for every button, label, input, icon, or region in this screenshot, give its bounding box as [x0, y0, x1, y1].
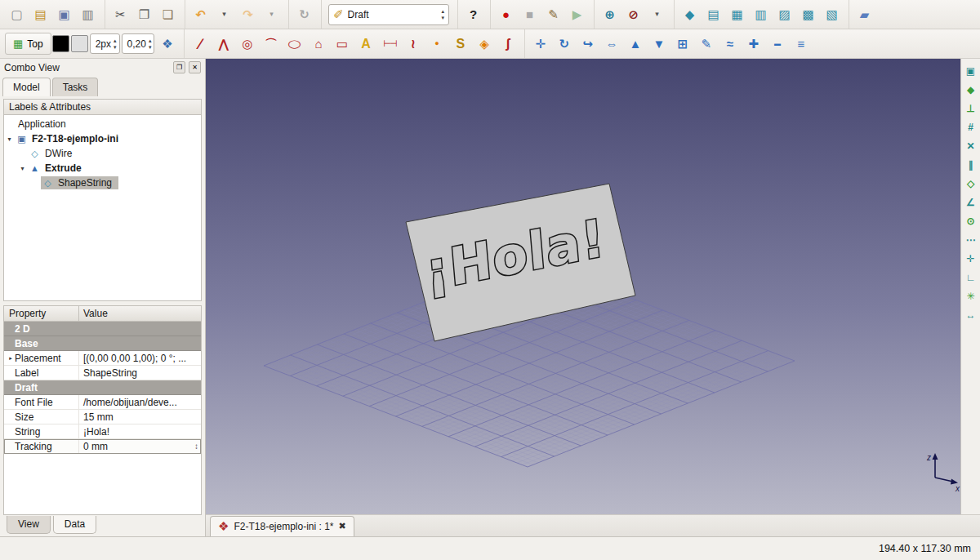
undo-button[interactable]: ↶ — [189, 2, 212, 26]
snap-near-button[interactable]: ✛ — [963, 251, 978, 266]
draft-shapestring-button[interactable]: S — [448, 32, 472, 56]
tree-row[interactable]: ◇ DWire — [4, 146, 201, 161]
value-column-header[interactable]: Value — [79, 308, 108, 319]
zoom-fit-button[interactable]: ⊕ — [598, 2, 621, 26]
draft-bezcurve-button[interactable]: ʃ — [496, 32, 519, 56]
draft-polygon-button[interactable]: ⌂ — [306, 32, 330, 56]
draft-upgrade-button[interactable]: ▲ — [623, 32, 647, 56]
tab-model[interactable]: Model — [2, 78, 51, 96]
snap-lock-button[interactable]: ▣ — [963, 63, 978, 78]
property-value[interactable] — [79, 336, 201, 350]
macro-stop-button[interactable]: ■ — [518, 2, 541, 26]
draft-add-point-button[interactable]: ✚ — [742, 32, 765, 56]
tree-row[interactable]: ◇ ShapeString — [4, 176, 201, 190]
3d-viewport[interactable]: ¡Hola! z x — [206, 59, 960, 514]
view-rear-button[interactable]: ▨ — [773, 2, 796, 26]
view-axonometric-button[interactable]: ◆ — [678, 2, 702, 26]
snap-midpoint-button[interactable]: ◆ — [963, 82, 978, 97]
property-row[interactable]: Font File /home/obijuan/deve... — [4, 395, 201, 410]
property-row[interactable]: String ¡Hola! — [4, 424, 201, 439]
view-top-button[interactable]: ▦ — [725, 2, 749, 26]
property-value[interactable]: 0 mm ↕ — [79, 439, 201, 453]
float-panel-button[interactable]: ❐ — [173, 61, 185, 73]
snap-perpendicular-button[interactable]: ⊥ — [963, 100, 978, 116]
property-row[interactable]: Tracking 0 mm ↕ — [4, 439, 201, 454]
draft-rectangle-button[interactable]: ▭ — [330, 32, 354, 56]
property-row[interactable]: Base — [4, 336, 201, 351]
spinner-arrows-icon[interactable]: ▴▾ — [114, 38, 117, 50]
draft-text-button[interactable]: A — [354, 32, 377, 56]
snap-endpoint-button[interactable]: ◇ — [963, 176, 978, 191]
redo-button[interactable]: ↷ — [236, 2, 260, 26]
draft-move-button[interactable]: ✛ — [528, 32, 552, 56]
draft-rotate-button[interactable]: ↻ — [552, 32, 576, 56]
view-left-button[interactable]: ▧ — [820, 2, 844, 26]
apply-style-button[interactable]: ❖ — [155, 32, 179, 56]
snap-extension-button[interactable]: ⋯ — [963, 232, 978, 247]
draft-downgrade-button[interactable]: ▼ — [647, 32, 670, 56]
open-document-button[interactable]: ▤ — [29, 2, 52, 26]
undo-menu-button[interactable]: ▾ — [212, 2, 236, 26]
tree-row[interactable]: ▾ ▲ Extrude — [4, 161, 201, 176]
draft-ellipse-button[interactable]: ◯ — [283, 32, 306, 56]
new-document-button[interactable]: ▢ — [5, 2, 29, 26]
draft-circle-button[interactable]: ◎ — [235, 32, 259, 56]
workbench-selector[interactable]: ✐ Draft ▴▾ — [328, 4, 449, 25]
snap-parallel-button[interactable]: ∥ — [963, 157, 978, 172]
property-value[interactable]: ShapeString — [79, 366, 201, 380]
3d-scene[interactable]: ¡Hola! z x — [206, 59, 960, 514]
close-panel-button[interactable]: ✕ — [189, 61, 201, 73]
tree-row[interactable]: Application — [4, 117, 201, 131]
property-value[interactable]: /home/obijuan/deve... — [79, 395, 201, 409]
snap-intersection-button[interactable]: ✕ — [963, 138, 978, 153]
draft-offset-button[interactable]: ↪ — [576, 32, 599, 56]
draft-trimex-button[interactable]: ⇔ — [599, 32, 623, 56]
working-plane-button[interactable]: ▦ Top — [5, 33, 51, 55]
tree-row[interactable]: ▾ ▣ F2-T18-ejemplo-ini — [4, 131, 201, 146]
face-color-swatch[interactable] — [71, 35, 88, 52]
tab-data[interactable]: Data — [53, 516, 96, 534]
property-row[interactable]: ▸ Placement [(0,00 0,00 1,00); 0 °; ... — [4, 351, 201, 366]
draft-wire-button[interactable]: ⋀ — [212, 32, 235, 56]
draft-edit-button[interactable]: ✎ — [694, 32, 718, 56]
property-value[interactable] — [79, 380, 201, 394]
whats-this-button[interactable]: ? — [461, 2, 485, 26]
paste-button[interactable]: ❏ — [156, 2, 180, 26]
view-front-button[interactable]: ▤ — [702, 2, 725, 26]
property-column-header[interactable]: Property — [4, 306, 79, 321]
draft-line-button[interactable]: ∕ — [188, 32, 212, 56]
draft-delete-point-button[interactable]: ▬ — [765, 32, 789, 56]
draft-dimension-button[interactable]: ⊢⊣ — [377, 32, 401, 56]
print-button[interactable]: ▥ — [76, 2, 100, 26]
tab-view[interactable]: View — [7, 516, 51, 534]
text-scale-spinner[interactable]: 0,20 ▴▾ — [122, 33, 155, 54]
draft-wire-to-bspline-button[interactable]: ≈ — [718, 32, 742, 56]
tab-tasks[interactable]: Tasks — [52, 78, 99, 96]
property-expand-icon[interactable]: ▸ — [7, 355, 15, 362]
property-row[interactable]: Label ShapeString — [4, 366, 201, 380]
draft-shape2dview-button[interactable]: ≡ — [789, 32, 813, 56]
snap-grid-button[interactable]: # — [963, 119, 978, 135]
tree-expander-icon[interactable]: ▾ — [17, 165, 28, 172]
save-document-button[interactable]: ▣ — [52, 2, 76, 26]
cut-button[interactable]: ✂ — [109, 2, 132, 26]
document-tab[interactable]: ❖ F2-T18-ejemplo-ini : 1* ✖ — [210, 516, 354, 536]
workbench-spinner-icon[interactable]: ▴▾ — [441, 8, 444, 20]
line-width-spinner[interactable]: 2px ▴▾ — [90, 33, 120, 54]
line-color-swatch[interactable] — [52, 35, 69, 52]
property-row[interactable]: 2 D — [4, 322, 201, 336]
property-value[interactable]: [(0,00 0,00 1,00); 0 °; ... — [79, 351, 201, 365]
property-value[interactable]: ¡Hola! — [79, 424, 201, 438]
copy-button[interactable]: ❐ — [132, 2, 156, 26]
macro-edit-button[interactable]: ✎ — [541, 2, 565, 26]
property-row[interactable]: Size 15 mm — [4, 410, 201, 424]
refresh-button[interactable]: ↻ — [292, 2, 316, 26]
macro-execute-button[interactable]: ▶ — [565, 2, 589, 26]
clipping-menu-button[interactable]: ▾ — [645, 2, 669, 26]
property-value[interactable] — [79, 322, 201, 336]
snap-ortho-button[interactable]: ∟ — [963, 269, 978, 285]
property-value[interactable]: 15 mm — [79, 410, 201, 424]
snap-special-button[interactable]: ✳ — [963, 288, 978, 304]
clipping-plane-button[interactable]: ⊘ — [621, 2, 645, 26]
snap-center-button[interactable]: ⊙ — [963, 213, 978, 229]
